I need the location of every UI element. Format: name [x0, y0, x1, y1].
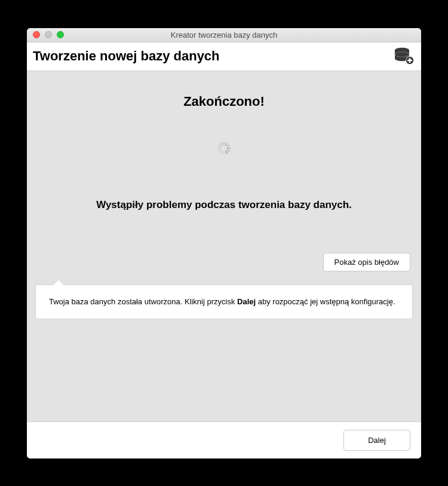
minimize-button [45, 31, 52, 38]
spinner-area [35, 109, 413, 187]
database-add-icon [394, 47, 414, 65]
page-title: Tworzenie nowej bazy danych [33, 48, 394, 64]
wizard-content: Zakończono! Wystąpiły problemy podczas t… [27, 71, 421, 421]
callout-text-prefix: Twoja baza danych została utworzona. Kli… [49, 297, 237, 306]
close-button[interactable] [33, 31, 40, 38]
callout-text-bold: Dalej [237, 297, 256, 306]
svg-rect-5 [407, 60, 412, 62]
problem-message: Wystąpiły problemy podczas tworzenia baz… [35, 199, 413, 211]
spinner-icon [217, 142, 231, 155]
wizard-footer: Dalej [27, 421, 421, 459]
errors-row: Pokaż opis błędów [35, 253, 413, 271]
callout-text-suffix: aby rozpocząć jej wstępną konfigurację. [256, 297, 395, 306]
info-callout: Twoja baza danych została utworzona. Kli… [35, 285, 413, 319]
show-errors-button[interactable]: Pokaż opis błędów [323, 253, 410, 271]
titlebar: Kreator tworzenia bazy danych [27, 28, 421, 42]
completed-heading: Zakończono! [35, 94, 413, 109]
next-button[interactable]: Dalej [343, 430, 410, 451]
window-title: Kreator tworzenia bazy danych [27, 30, 421, 39]
wizard-header: Tworzenie nowej bazy danych [27, 42, 421, 71]
dialog-window: Kreator tworzenia bazy danych Tworzenie … [27, 28, 421, 459]
traffic-lights [27, 31, 64, 38]
zoom-button[interactable] [57, 31, 64, 38]
